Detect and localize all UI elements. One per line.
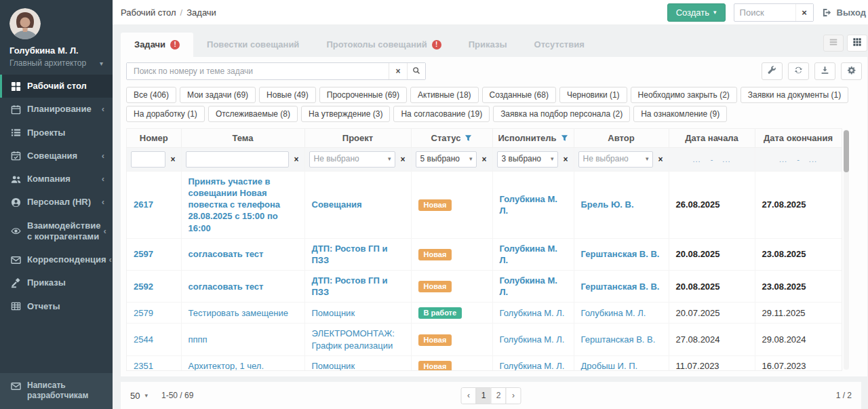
gear-button[interactable] <box>841 62 862 80</box>
page-size-select[interactable]: 50 ▾ <box>130 391 148 401</box>
column-header-Проект[interactable]: Проект <box>304 129 411 148</box>
filter-clear-button[interactable]: × <box>292 155 300 164</box>
pager-next-button[interactable]: › <box>506 387 521 404</box>
task-number-link[interactable]: 2579 <box>134 308 153 318</box>
filter-clear-button[interactable]: × <box>169 155 176 164</box>
task-project-link[interactable]: Совещания <box>312 199 362 210</box>
avatar[interactable] <box>9 8 41 39</box>
date-from-picker[interactable]: ... <box>779 155 787 165</box>
pager-page-button[interactable]: 2 <box>491 387 507 404</box>
sidebar-item-users[interactable]: Компания‹ <box>0 168 113 191</box>
column-header-Номер[interactable]: Номер <box>127 129 181 148</box>
user-role[interactable]: Главный архитектор ▾ <box>9 58 103 68</box>
task-theme-link[interactable]: Принять участие в совещании Новая повест… <box>189 176 281 233</box>
sidebar-item-calendar-check[interactable]: Совещания‹ <box>0 144 113 168</box>
task-project-link[interactable]: ЭЛЕКТРОМОНТАЖ: График реализации <box>312 328 395 350</box>
task-author-link[interactable]: Герштанская В. В. <box>581 249 660 259</box>
column-header-Дата окончания[interactable]: Дата окончания <box>755 129 842 148</box>
sidebar-item-grid[interactable]: Рабочий стол <box>0 75 113 98</box>
task-author-link[interactable]: Брель Ю. В. <box>581 199 634 210</box>
quick-filter-chip[interactable]: На доработку (1) <box>126 106 205 122</box>
task-author-link[interactable]: Дробыш И. П. <box>581 361 638 371</box>
tab-Задачи[interactable]: Задачи! <box>121 33 193 57</box>
quick-filter-chip[interactable]: Просроченные (69) <box>319 87 407 103</box>
quick-filter-chip[interactable]: Мои задачи (69) <box>180 87 256 103</box>
task-theme-link[interactable]: согласовать тест <box>189 281 264 292</box>
task-theme-link[interactable]: Тестировать замещение <box>189 308 288 318</box>
filter-select[interactable]: 3 выбрано▾ <box>497 151 559 168</box>
table-row[interactable]: 2579Тестировать замещениеПомощникВ работ… <box>127 303 842 324</box>
breadcrumb-home[interactable]: Рабочий стол <box>121 7 176 18</box>
task-theme-link[interactable]: пппп <box>189 334 208 345</box>
sidebar-item-envelope[interactable]: Корреспонденция‹ <box>0 248 113 271</box>
quick-filter-chip[interactable]: Активные (18) <box>410 87 479 103</box>
task-search-clear-button[interactable]: × <box>389 63 407 79</box>
task-number-link[interactable]: 2351 <box>134 361 153 371</box>
quick-filter-chip[interactable]: Заявки на документы (1) <box>741 87 848 103</box>
quick-filter-chip[interactable]: На утверждение (3) <box>301 106 390 122</box>
download-button[interactable] <box>814 62 835 80</box>
tab-Приказы[interactable]: Приказы <box>455 33 521 57</box>
task-theme-link[interactable]: согласовать тест <box>189 249 264 259</box>
quick-filter-chip[interactable]: Черновики (1) <box>559 87 627 103</box>
task-number-link[interactable]: 2592 <box>134 281 153 292</box>
quick-filter-chip[interactable]: Все (406) <box>126 87 176 103</box>
sidebar-item-list[interactable]: Проекты <box>0 121 113 144</box>
column-header-Дата начала[interactable]: Дата начала <box>669 129 755 148</box>
task-executor-link[interactable]: Голубкина М. Л. <box>500 361 565 371</box>
task-number-link[interactable]: 2617 <box>134 199 153 210</box>
filter-select[interactable]: Не выбрано▾ <box>578 151 654 168</box>
task-executor-link[interactable]: Голубкина М. Л. <box>500 308 565 318</box>
filter-select[interactable]: Не выбрано▾ <box>309 151 396 168</box>
table-scrollbar[interactable] <box>844 130 849 370</box>
quick-filter-chip[interactable]: Отслеживаемые (8) <box>208 106 298 122</box>
write-to-developers-link[interactable]: Написать разработчикам <box>0 373 113 409</box>
tab-Протоколы совещаний[interactable]: Протоколы совещаний! <box>313 33 454 57</box>
sidebar-item-table[interactable]: Отчеты <box>0 295 113 318</box>
filter-select[interactable]: 5 выбрано▾ <box>416 151 477 168</box>
table-scrollbar-thumb[interactable] <box>844 130 849 172</box>
refresh-button[interactable] <box>788 62 809 80</box>
quick-filter-chip[interactable]: Новые (49) <box>259 87 316 103</box>
quick-filter-chip[interactable]: На согласование (19) <box>393 106 490 122</box>
filter-input[interactable] <box>131 151 165 168</box>
tab-Повестки совещаний[interactable]: Повестки совещаний <box>193 33 313 57</box>
column-header-Исполнитель[interactable]: Исполнитель <box>492 129 574 148</box>
date-to-picker[interactable]: ... <box>809 155 817 165</box>
task-project-link[interactable]: ДТП: Ростов ГП и ПЗЗ <box>312 244 388 265</box>
table-row[interactable]: 2351Архитектор, 1 чел.ПомощникНоваяГолуб… <box>127 355 842 371</box>
task-project-link[interactable]: ДТП: Ростов ГП и ПЗЗ <box>312 275 388 297</box>
grid-view-button[interactable] <box>847 35 867 52</box>
task-project-link[interactable]: Помощник <box>312 308 355 318</box>
table-row[interactable]: 2597согласовать тестДТП: Ростов ГП и ПЗЗ… <box>127 238 842 270</box>
column-header-Статус[interactable]: Статус <box>411 129 492 148</box>
filter-input[interactable] <box>186 151 290 168</box>
task-executor-link[interactable]: Голубкина М. Л. <box>500 194 557 216</box>
task-theme-link[interactable]: Архитектор, 1 чел. <box>189 361 264 371</box>
filter-clear-button[interactable]: × <box>480 155 488 164</box>
task-author-link[interactable]: Герштанская В. В. <box>581 334 656 345</box>
task-author-link[interactable]: Голубкина М. Л. <box>581 308 646 318</box>
column-header-Автор[interactable]: Автор <box>574 129 669 148</box>
sidebar-item-calendar[interactable]: Планирование‹ <box>0 98 113 121</box>
pager-page-button[interactable]: 1 <box>476 387 492 404</box>
task-number-link[interactable]: 2597 <box>134 249 153 259</box>
sidebar-item-gavel[interactable]: Приказы <box>0 271 113 294</box>
filter-clear-button[interactable]: × <box>561 155 569 164</box>
filter-clear-button[interactable]: × <box>399 155 406 164</box>
quick-filter-chip[interactable]: Созданные (68) <box>482 87 556 103</box>
sidebar-item-user-circle[interactable]: Персонал (HR)‹ <box>0 191 113 214</box>
task-executor-link[interactable]: Голубкина М. Л. <box>500 334 565 345</box>
task-search-input[interactable] <box>127 63 389 79</box>
task-author-link[interactable]: Герштанская В. В. <box>581 281 660 292</box>
sidebar-item-handshake[interactable]: Взаимодействие с контрагентами‹ <box>0 214 113 249</box>
quick-filter-chip[interactable]: Заявка на подбор персонала (2) <box>493 106 630 122</box>
pager-prev-button[interactable]: ‹ <box>461 387 477 404</box>
tab-Отсутствия[interactable]: Отсутствия <box>521 33 598 57</box>
search-icon[interactable] <box>407 63 425 79</box>
table-row[interactable]: 2544ппппЭЛЕКТРОМОНТАЖ: График реализации… <box>127 324 842 355</box>
table-row[interactable]: 2617Принять участие в совещании Новая по… <box>127 172 842 239</box>
global-search-clear-button[interactable]: × <box>795 4 813 21</box>
list-view-button[interactable] <box>823 35 844 52</box>
logout-button[interactable]: Выход <box>822 7 866 18</box>
